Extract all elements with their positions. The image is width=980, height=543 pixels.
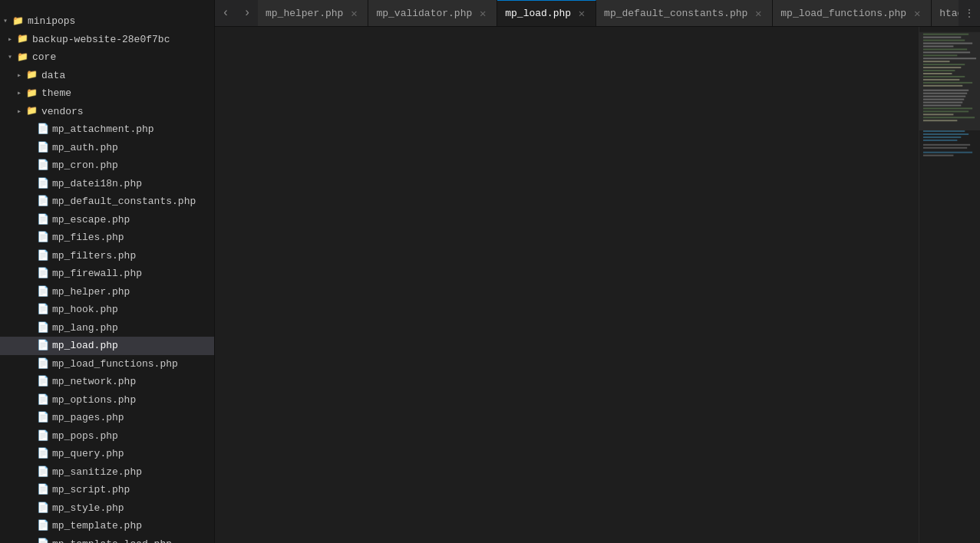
tree-arrow-minipops: ▾ xyxy=(3,15,12,27)
tab-overflow-button[interactable]: ⋮ xyxy=(959,0,980,27)
tree-item-label-mp_datei18n: mp_datei18n.php xyxy=(52,176,214,192)
tab-label-htaccess_tab: htaccess.data xyxy=(939,8,959,19)
file-icon: 📄 xyxy=(37,446,49,462)
svg-rect-33 xyxy=(923,137,961,138)
sidebar-item-mp_query[interactable]: 📄mp_query.php xyxy=(0,445,214,463)
tab-close-mp_load_functions_tab[interactable]: ✕ xyxy=(911,7,923,19)
sidebar-item-mp_firewall[interactable]: 📄mp_firewall.php xyxy=(0,265,214,283)
svg-rect-31 xyxy=(923,130,965,132)
tree-item-label-mp_template_load: mp_template_load.php xyxy=(52,537,214,544)
file-icon: 📄 xyxy=(37,518,49,534)
tab-close-mp_load_tab[interactable]: ✕ xyxy=(576,8,588,20)
line-numbers xyxy=(215,27,250,543)
sidebar-item-backup-website[interactable]: ▸📁backup-website-28e0f7bc xyxy=(0,31,214,49)
sidebar-item-mp_script[interactable]: 📄mp_script.php xyxy=(0,481,214,499)
tab-close-mp_default_constants_tab[interactable]: ✕ xyxy=(752,7,764,19)
file-icon: 📄 xyxy=(37,393,49,408)
tree-item-label-mp_pops: mp_pops.php xyxy=(52,429,214,444)
tabs-bar: ‹ › mp_helper.php✕mp_validator.php✕mp_lo… xyxy=(215,0,980,27)
tab-next-button[interactable]: › xyxy=(236,0,258,27)
tab-mp_default_constants_tab[interactable]: mp_default_constants.php✕ xyxy=(596,0,773,27)
sidebar-item-data[interactable]: ▸📁data xyxy=(0,67,214,85)
sidebar-item-mp_load[interactable]: 📄mp_load.php xyxy=(0,337,214,355)
tab-mp_load_functions_tab[interactable]: mp_load_functions.php✕ xyxy=(773,0,932,27)
sidebar-item-mp_helper[interactable]: 📄mp_helper.php xyxy=(0,283,214,301)
svg-rect-30 xyxy=(919,32,980,130)
tree-item-label-mp_query: mp_query.php xyxy=(52,446,214,462)
sidebar-item-mp_cron[interactable]: 📄mp_cron.php xyxy=(0,156,214,175)
svg-rect-34 xyxy=(923,140,957,141)
main-editor-area: ‹ › mp_helper.php✕mp_validator.php✕mp_lo… xyxy=(215,0,980,543)
file-icon: 📄 xyxy=(37,374,49,390)
tree-item-label-mp_pages: mp_pages.php xyxy=(52,410,214,426)
tab-close-mp_helper_tab[interactable]: ✕ xyxy=(348,7,360,19)
tree-arrow-core: ▾ xyxy=(8,51,17,63)
sidebar-item-mp_style[interactable]: 📄mp_style.php xyxy=(0,499,214,518)
sidebar-item-mp_lang[interactable]: 📄mp_lang.php xyxy=(0,319,214,337)
tree-item-label-minipops: minipops xyxy=(28,14,214,29)
sidebar-item-mp_load_functions[interactable]: 📄mp_load_functions.php xyxy=(0,355,214,374)
tree-arrow-vendors: ▸ xyxy=(17,106,26,117)
svg-rect-36 xyxy=(923,147,967,149)
svg-rect-38 xyxy=(923,155,954,156)
tree-item-label-mp_auth: mp_auth.php xyxy=(52,140,214,156)
tab-prev-button[interactable]: ‹ xyxy=(215,0,236,27)
sidebar-item-mp_filters[interactable]: 📄mp_filters.php xyxy=(0,247,214,265)
tree-item-label-data: data xyxy=(41,68,214,84)
file-icon: 📄 xyxy=(37,537,49,544)
file-icon: 📄 xyxy=(37,429,49,444)
tab-mp_helper_tab[interactable]: mp_helper.php✕ xyxy=(258,0,368,27)
folder-icon: 📁 xyxy=(26,104,38,118)
tree-item-label-mp_sanitize: mp_sanitize.php xyxy=(52,465,214,480)
sidebar-item-mp_files[interactable]: 📄mp_files.php xyxy=(0,229,214,247)
tab-label-mp_load_functions_tab: mp_load_functions.php xyxy=(780,8,906,19)
sidebar-item-mp_datei18n[interactable]: 📄mp_datei18n.php xyxy=(0,175,214,193)
sidebar-item-mp_attachment[interactable]: 📄mp_attachment.php xyxy=(0,120,214,139)
file-icon: 📄 xyxy=(37,321,49,336)
sidebar-item-mp_default_constants[interactable]: 📄mp_default_constants.php xyxy=(0,193,214,211)
code-area[interactable] xyxy=(250,27,919,543)
sidebar-item-mp_hook[interactable]: 📄mp_hook.php xyxy=(0,301,214,319)
svg-rect-35 xyxy=(923,144,970,146)
file-icon: 📄 xyxy=(37,176,49,192)
sidebar: ▾📁minipops▸📁backup-website-28e0f7bc▾📁cor… xyxy=(0,0,215,543)
sidebar-item-mp_auth[interactable]: 📄mp_auth.php xyxy=(0,139,214,157)
tree-item-label-mp_lang: mp_lang.php xyxy=(52,321,214,336)
folder-icon: 📁 xyxy=(17,32,29,46)
folder-icon: 📁 xyxy=(17,51,29,64)
tree-arrow-data: ▸ xyxy=(17,70,26,81)
sidebar-item-mp_template[interactable]: 📄mp_template.php xyxy=(0,517,214,535)
file-icon: 📄 xyxy=(37,357,49,372)
sidebar-item-mp_network[interactable]: 📄mp_network.php xyxy=(0,373,214,391)
sidebar-item-minipops[interactable]: ▾📁minipops xyxy=(0,12,214,31)
file-icon: 📄 xyxy=(37,140,49,156)
sidebar-item-mp_escape[interactable]: 📄mp_escape.php xyxy=(0,211,214,229)
sidebar-item-mp_template_load[interactable]: 📄mp_template_load.php xyxy=(0,535,214,544)
tab-htaccess_tab[interactable]: htaccess.data✕ xyxy=(932,0,959,27)
tab-close-mp_validator_tab[interactable]: ✕ xyxy=(477,7,489,19)
svg-rect-37 xyxy=(923,152,972,153)
tree-item-label-mp_default_constants: mp_default_constants.php xyxy=(52,194,214,209)
tabs-list: mp_helper.php✕mp_validator.php✕mp_load.p… xyxy=(258,0,959,27)
file-icon: 📄 xyxy=(37,266,49,281)
sidebar-item-mp_options[interactable]: 📄mp_options.php xyxy=(0,391,214,410)
tree-item-label-mp_load: mp_load.php xyxy=(52,338,214,354)
sidebar-item-mp_sanitize[interactable]: 📄mp_sanitize.php xyxy=(0,463,214,482)
tab-mp_validator_tab[interactable]: mp_validator.php✕ xyxy=(368,0,497,27)
tree-item-label-mp_firewall: mp_firewall.php xyxy=(52,266,214,281)
file-icon: 📄 xyxy=(37,285,49,300)
file-icon: 📄 xyxy=(37,338,49,354)
tree-arrow-backup-website: ▸ xyxy=(8,34,17,45)
tab-label-mp_load_tab: mp_load.php xyxy=(505,8,571,19)
tree-item-label-theme: theme xyxy=(41,86,214,101)
sidebar-item-core[interactable]: ▾📁core xyxy=(0,48,214,67)
tree-item-label-mp_files: mp_files.php xyxy=(52,230,214,245)
tab-mp_load_tab[interactable]: mp_load.php✕ xyxy=(497,0,596,27)
file-icon: 📄 xyxy=(37,501,49,516)
sidebar-item-mp_pops[interactable]: 📄mp_pops.php xyxy=(0,427,214,446)
tab-label-mp_helper_tab: mp_helper.php xyxy=(266,8,343,19)
sidebar-item-mp_pages[interactable]: 📄mp_pages.php xyxy=(0,409,214,427)
sidebar-item-theme[interactable]: ▸📁theme xyxy=(0,84,214,103)
sidebar-item-vendors[interactable]: ▸📁vendors xyxy=(0,103,214,121)
sidebar-tree[interactable]: ▾📁minipops▸📁backup-website-28e0f7bc▾📁cor… xyxy=(0,12,214,543)
